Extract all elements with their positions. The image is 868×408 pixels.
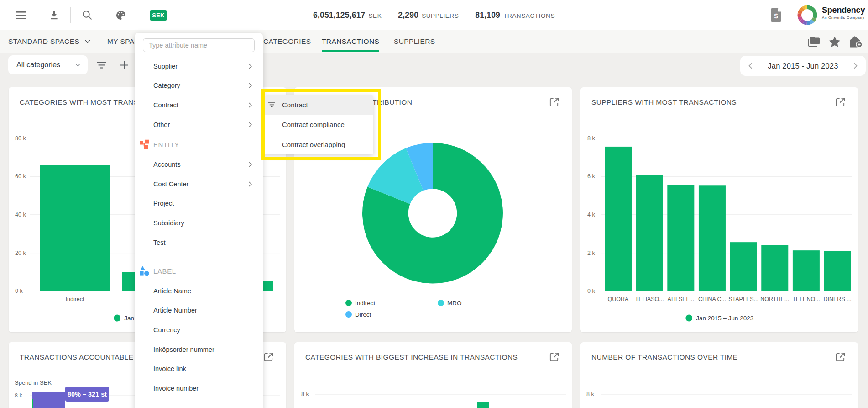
add-filter-button[interactable] (115, 55, 133, 74)
bar[interactable] (793, 250, 820, 291)
legend-dot[interactable] (345, 300, 352, 306)
bar[interactable] (824, 251, 851, 291)
stat-value: 2,290 (398, 11, 418, 20)
filter-icon-button[interactable] (92, 55, 110, 74)
menu-item-label: Article Name (153, 287, 191, 295)
category-filter-select[interactable]: All categories (8, 55, 88, 74)
invoice-document-icon[interactable]: $ (768, 0, 784, 30)
entity-icon (140, 140, 149, 149)
y-axis-title: Spend in SEK (15, 379, 52, 386)
legend-dot[interactable] (114, 315, 120, 322)
menu-section-label: LABEL (153, 267, 176, 275)
summary-stats: 6,051,125,617 SEK 2,290 SUPPLIERS 81,109… (0, 0, 868, 30)
stat-label: SUPPLIERS (422, 12, 459, 19)
tab-suppliers[interactable]: SUPPLIERS (394, 30, 435, 53)
spendency-logo[interactable]: Spendency An Onventis Company (797, 5, 865, 25)
menu-item-article-name[interactable]: Article Name (135, 281, 263, 301)
chevron-right-icon[interactable] (852, 61, 859, 71)
stat-label: TRANSACTIONS (503, 12, 555, 19)
x-axis-label: Indirect (66, 296, 85, 302)
menu-item-invoice-number[interactable]: Invoice number (135, 379, 263, 398)
menu-item-project[interactable]: Project (135, 194, 263, 213)
y-axis-tick-label: 40 k (15, 212, 26, 218)
highlight-band (32, 392, 65, 408)
search-button[interactable] (78, 0, 97, 30)
chevron-right-icon (247, 122, 253, 127)
menu-item-contract[interactable]: Contract (135, 95, 263, 115)
home-add-icon[interactable] (850, 36, 862, 48)
menu-divider (135, 258, 263, 258)
menu-item-label: Inköpsorder nummer (153, 346, 214, 353)
submenu-item-contract-compliance[interactable]: Contract compliance (265, 115, 373, 134)
y-axis-tick-label: 8 k (587, 135, 595, 142)
chevron-left-icon[interactable] (747, 61, 754, 71)
menu-item-article-number[interactable]: Article Number (135, 301, 263, 320)
menu-button[interactable] (10, 0, 31, 30)
menu-item-supplier[interactable]: Supplier (135, 56, 263, 76)
menu-item-label: Subsidiary (153, 219, 184, 227)
chevron-right-icon (247, 83, 253, 88)
menu-item-currency[interactable]: Currency (135, 320, 263, 339)
download-button[interactable] (44, 0, 63, 30)
x-axis-label: TELIASO... (635, 296, 664, 302)
menu-item-cost-center[interactable]: Cost Center (135, 174, 263, 194)
tab-categories[interactable]: CATEGORIES (263, 30, 311, 53)
folder-copy-icon[interactable] (808, 37, 820, 47)
stat-total-spend: 6,051,125,617 SEK (313, 11, 382, 20)
menu-item-invoice-link[interactable]: Invoice link (135, 359, 263, 379)
submenu-item-contract[interactable]: Contract (265, 95, 373, 115)
card-categories-biggest-increase: CATEGORIES WITH BIGGEST INCREASE IN TRAN… (294, 342, 572, 408)
bar[interactable] (761, 245, 788, 291)
legend-dot[interactable] (345, 311, 352, 318)
y-axis-tick-label: 2 k (587, 250, 595, 256)
y-axis-tick-label: 20 k (15, 250, 26, 256)
x-axis-label: AHLSEL... (668, 296, 694, 302)
menu-item-category[interactable]: Category (135, 76, 263, 95)
chevron-down-icon (75, 64, 80, 67)
divider (70, 7, 71, 23)
tab-transactions[interactable]: TRANSACTIONS (322, 30, 379, 53)
x-axis-label: TELENO... (792, 296, 820, 302)
bar[interactable] (605, 147, 632, 291)
chevron-right-icon (247, 64, 253, 69)
bar[interactable] (730, 242, 757, 291)
menu-item-label: Test (153, 239, 166, 246)
spendency-app: SEK 6,051,125,617 SEK 2,290 SUPPLIERS 81… (0, 0, 868, 408)
label-icon (140, 266, 149, 276)
menu-item-subsidiary[interactable]: Subsidiary (135, 213, 263, 233)
legend-label: MRO (447, 300, 462, 307)
submenu-item-label: Contract (282, 101, 308, 109)
bar[interactable] (636, 175, 663, 291)
y-axis-tick-label: 4 k (587, 212, 595, 218)
active-tab-underline (322, 50, 379, 52)
divider (137, 7, 137, 23)
menu-section-label: ENTITY (153, 141, 179, 148)
bar[interactable] (667, 185, 694, 291)
menu-item-label: Invoice number (153, 385, 199, 392)
menu-item-accounts[interactable]: Accounts (135, 155, 263, 175)
logo-tagline: An Onventis Company (822, 16, 865, 20)
menu-item-label: Other (153, 121, 170, 128)
menu-item-other[interactable]: Other (135, 115, 263, 134)
attribute-filter-menu: SupplierCategoryContractOtherENTITYAccou… (135, 33, 263, 408)
filter-icon (268, 102, 275, 107)
stat-value: 81,109 (475, 11, 500, 20)
date-range-picker[interactable]: Jan 2015 - Jun 2023 (740, 56, 866, 76)
star-icon[interactable] (829, 37, 840, 47)
divider (104, 7, 104, 23)
submenu-item-contract-overlapping[interactable]: Contract overlapping (265, 135, 373, 154)
menu-item-test[interactable]: Test (135, 233, 263, 252)
menu-item-inköpsorder-nummer[interactable]: Inköpsorder nummer (135, 339, 263, 359)
x-axis-label: STAPLES... (728, 296, 758, 302)
logo-wheel-icon (797, 5, 817, 25)
attribute-search-input[interactable] (143, 38, 255, 52)
bar[interactable] (477, 402, 489, 408)
currency-badge[interactable]: SEK (150, 10, 167, 21)
palette-button[interactable] (111, 0, 130, 30)
tab-standard-spaces[interactable]: STANDARD SPACES (8, 30, 90, 53)
bar[interactable] (699, 185, 726, 291)
legend-dot[interactable] (685, 315, 692, 322)
y-axis-tick-label: 8 k (586, 391, 594, 397)
legend-dot[interactable] (438, 300, 444, 306)
bar[interactable] (40, 165, 110, 291)
